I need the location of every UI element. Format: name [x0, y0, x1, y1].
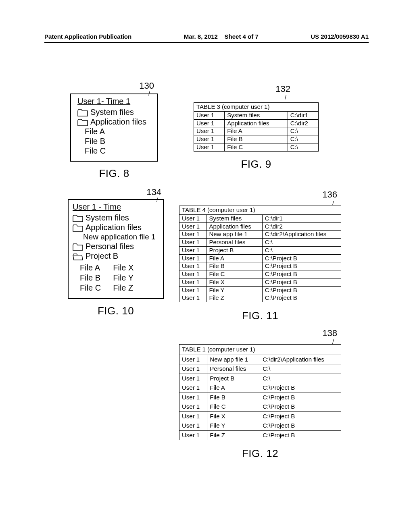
file-columns: File A File B File C File X File Y File …	[73, 262, 159, 293]
file-item: File Z	[113, 283, 133, 293]
table-row: User 1File BC:\	[194, 135, 319, 143]
file-item: File C	[80, 283, 101, 293]
table-title: TABLE 1 (computer user 1)	[179, 345, 341, 355]
pub-date: Mar. 8, 2012	[184, 33, 218, 40]
fig10-title: User 1 - Time	[73, 202, 159, 212]
folder-item: System files	[73, 213, 159, 222]
ref-tick: /	[332, 339, 334, 345]
table-row: User 1File ZC:\Project B	[179, 430, 341, 440]
folder-icon	[73, 224, 83, 232]
table-1: TABLE 1 (computer user 1) User 1New app …	[179, 344, 341, 440]
ref-number-132: 132	[275, 84, 290, 94]
ref-tick: /	[332, 200, 334, 206]
folder-icon	[77, 118, 88, 126]
folder-item: Project B	[73, 251, 159, 261]
table-row: User 1File CC:\Project B	[179, 402, 341, 412]
table-row: User 1File ZC:\Project B	[179, 294, 341, 302]
page-header: Patent Application Publication Mar. 8, 2…	[44, 33, 369, 40]
table-row: User 1Application filesC:\dir2	[194, 119, 319, 127]
table-title: TABLE 4 (computer user 1)	[179, 206, 341, 215]
table-row: User 1File BC:\Project B	[179, 393, 341, 402]
folder-item: Personal files	[73, 242, 159, 251]
ref-tick: /	[148, 90, 150, 97]
folder-icon	[77, 108, 88, 116]
open-folder-icon	[73, 252, 83, 260]
table-row: User 1System filesC:\dir1	[194, 111, 319, 119]
sub-file-item: New application file 1	[73, 233, 159, 241]
fig10-panel: User 1 - Time System files Application f…	[68, 199, 164, 299]
file-item: File A	[77, 127, 151, 136]
ref-number-134: 134	[146, 187, 161, 197]
fig8-panel: User 1- Time 1 System files Application …	[70, 94, 158, 162]
folder-item: Application files	[73, 223, 159, 232]
ref-number-130: 130	[139, 81, 154, 91]
table-row: User 1Personal filesC:\	[179, 364, 341, 374]
file-item: File B	[80, 273, 101, 283]
figure-caption: FIG. 12	[179, 447, 341, 460]
sheet-info: Sheet 4 of 7	[225, 33, 259, 40]
file-item: File C	[77, 146, 151, 156]
figure-11: 136 / TABLE 4 (computer user 1) User 1Sy…	[179, 206, 341, 322]
header-rule	[44, 42, 369, 43]
table-row: User 1File XC:\Project B	[179, 411, 341, 421]
doc-number: US 2012/0059830 A1	[311, 33, 369, 40]
table-row: User 1Personal filesC:\	[179, 239, 341, 247]
table-row: User 1Project BC:\	[179, 374, 341, 383]
folder-icon	[73, 214, 83, 222]
figure-caption: FIG. 11	[179, 310, 341, 322]
figure-12: 138 / TABLE 1 (computer user 1) User 1Ne…	[179, 344, 341, 460]
table-row: User 1File XC:\Project B	[179, 278, 341, 286]
table-row: User 1Application filesC:\dir2	[179, 222, 341, 231]
ref-tick: /	[285, 94, 286, 101]
folder-item: System files	[77, 108, 151, 117]
ref-tick: /	[156, 197, 158, 203]
table-3: TABLE 3 (computer user 1) User 1System f…	[194, 102, 319, 152]
figure-caption: FIG. 9	[194, 158, 319, 170]
file-item: File B	[77, 137, 151, 146]
folder-label: System files	[90, 108, 134, 117]
ref-number-138: 138	[322, 328, 337, 339]
folder-label: Application files	[86, 223, 142, 232]
figure-10: 134 / User 1 - Time System files Applica…	[68, 199, 164, 317]
file-item: File X	[113, 263, 133, 272]
table-row: User 1File YC:\Project B	[179, 286, 341, 294]
figure-caption: FIG. 10	[68, 305, 164, 317]
fig8-title: User 1- Time 1	[77, 97, 151, 106]
folder-label: Application files	[90, 117, 146, 127]
table-row: User 1File CC:\	[194, 143, 319, 151]
table-title: TABLE 3 (computer user 1)	[194, 103, 319, 112]
table-row: User 1New app file 1C:\dir2\Application …	[179, 355, 341, 364]
table-row: User 1File BC:\Project B	[179, 262, 341, 270]
table-row: User 1System filesC:\dir1	[179, 214, 341, 222]
table-4: TABLE 4 (computer user 1) User 1System f…	[179, 206, 341, 302]
file-item: File Y	[113, 273, 133, 283]
folder-label: System files	[86, 213, 129, 222]
table-row: User 1New app file 1C:\dir2\Application …	[179, 231, 341, 239]
folder-label: Personal files	[86, 242, 134, 251]
figure-9: 132 / TABLE 3 (computer user 1) User 1Sy…	[194, 102, 319, 170]
table-row: User 1File AC:\	[194, 127, 319, 135]
table-row: User 1File AC:\Project B	[179, 383, 341, 393]
table-row: User 1Project BC:\	[179, 246, 341, 254]
table-row: User 1File AC:\Project B	[179, 254, 341, 262]
table-row: User 1File YC:\Project B	[179, 421, 341, 431]
pub-label: Patent Application Publication	[44, 33, 131, 40]
ref-number-136: 136	[322, 189, 337, 200]
folder-item: Application files	[77, 117, 151, 127]
figure-8: 130 / User 1- Time 1 System files Applic…	[70, 94, 158, 180]
folder-label: Project B	[86, 251, 118, 261]
table-row: User 1File CC:\Project B	[179, 270, 341, 278]
folder-icon	[73, 243, 83, 251]
figure-caption: FIG. 8	[70, 167, 158, 180]
file-item: File A	[80, 263, 101, 272]
